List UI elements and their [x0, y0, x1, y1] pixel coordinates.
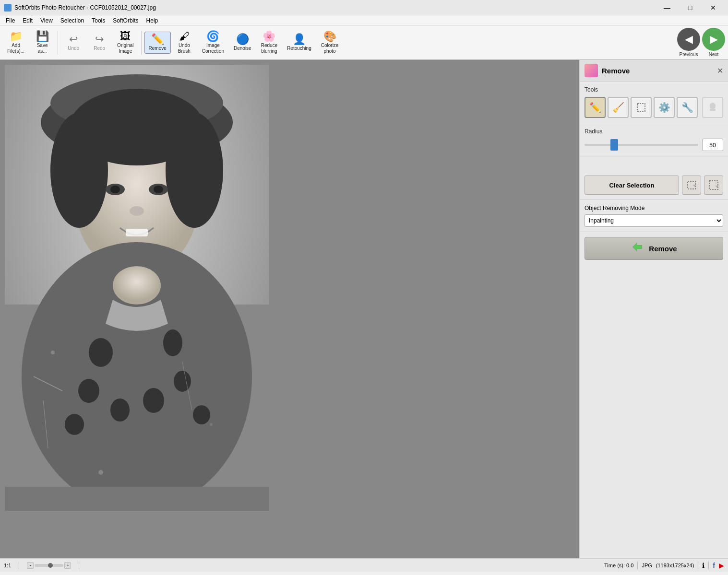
tools-section: Tools ✏️ 🧹 ⚙️ 🔧	[580, 82, 728, 123]
svg-point-21	[143, 388, 164, 413]
radius-slider[interactable]	[585, 144, 698, 146]
toolbar-separator-2	[141, 31, 142, 55]
toolbox-icon	[585, 64, 598, 77]
zoom-track[interactable]	[35, 564, 63, 567]
selection-section: Clear Selection	[580, 171, 728, 200]
tool-magic-button[interactable]: 🔧	[677, 97, 698, 118]
svg-marker-40	[633, 243, 641, 251]
next-button[interactable]: ▶	[702, 28, 725, 51]
tools-row: ✏️ 🧹 ⚙️ 🔧	[585, 97, 723, 118]
toolbar-separator-1	[58, 31, 58, 55]
redo-icon: ↪	[95, 34, 104, 45]
image-correction-icon: 🌀	[206, 31, 219, 42]
mode-section: Object Removing Mode Inpainting Content-…	[580, 200, 728, 232]
svg-rect-31	[5, 487, 269, 511]
svg-point-12	[130, 206, 144, 216]
undo-label: Undo	[68, 46, 79, 51]
svg-point-17	[163, 329, 182, 356]
close-button[interactable]: ✕	[702, 0, 724, 15]
mode-label: Object Removing Mode	[585, 205, 723, 211]
remove-icon: ✏️	[151, 34, 164, 45]
toolbar-remove-button[interactable]: ✏️ Remove	[144, 32, 171, 54]
menu-selection[interactable]: Selection	[57, 16, 88, 25]
tool-brush-button[interactable]: ✏️	[585, 97, 606, 118]
toolbox-close-button[interactable]: ✕	[717, 66, 723, 75]
menu-softorbits[interactable]: SoftOrbits	[109, 16, 142, 25]
toolbar-undo-brush-button[interactable]: 🖌 UndoBrush	[172, 29, 197, 57]
toolbar-original-button[interactable]: 🖼 OriginalImage	[113, 29, 138, 57]
add-label: AddFile(s)...	[7, 43, 24, 54]
canvas-area[interactable]	[0, 60, 579, 558]
toolbar-retouching-button[interactable]: 👤 Retouching	[283, 32, 316, 54]
menu-edit[interactable]: Edit	[19, 16, 36, 25]
reduce-blurring-label: Reduceblurring	[261, 43, 277, 54]
facebook-icon[interactable]: f	[713, 562, 715, 569]
tool-selection-button[interactable]	[631, 97, 652, 118]
menu-file[interactable]: File	[2, 16, 19, 25]
svg-point-22	[65, 414, 84, 435]
menu-view[interactable]: View	[36, 16, 57, 25]
toolbar-reduce-blurring-button[interactable]: 🌸 Reduceblurring	[257, 29, 282, 57]
zoom-track-thumb	[48, 563, 53, 568]
svg-point-10	[110, 186, 120, 193]
toolbar-image-correction-button[interactable]: 🌀 ImageCorrection	[198, 29, 228, 57]
radius-label: Radius	[585, 128, 723, 135]
redo-label: Redo	[94, 46, 105, 51]
radius-value: 50	[702, 139, 723, 151]
info-icon[interactable]: ℹ	[702, 562, 704, 569]
minimize-button[interactable]: —	[656, 0, 678, 15]
radius-row: 50	[585, 139, 723, 151]
colorize-label: Colorizephoto	[321, 43, 339, 54]
previous-button[interactable]: ◀	[677, 28, 700, 51]
denoise-icon: 🔵	[236, 34, 249, 45]
image-correction-label: ImageCorrection	[202, 43, 224, 54]
toolbox-panel: Remove ✕ Tools ✏️ 🧹 ⚙️ 🔧	[579, 60, 728, 558]
zoom-minus-button[interactable]: -	[27, 562, 34, 569]
toolbar-colorize-button[interactable]: 🎨 Colorizephoto	[317, 29, 343, 57]
titlebar: SoftOrbits Photo Retoucher - CCF01052012…	[0, 0, 728, 15]
toolbar-undo-button[interactable]: ↩ Undo	[61, 32, 86, 54]
radius-section: Radius 50	[580, 123, 728, 156]
status-div-5	[708, 562, 709, 569]
retouching-label: Retouching	[287, 46, 311, 51]
photo-container	[5, 65, 269, 511]
menubar: File Edit View Selection Tools SoftOrbit…	[0, 15, 728, 26]
original-icon: 🖼	[120, 31, 131, 42]
status-zoom-seg: 1:1	[4, 563, 11, 568]
selection-lasso-button[interactable]	[704, 176, 723, 195]
maximize-button[interactable]: □	[679, 0, 701, 15]
zoom-plus-button[interactable]: +	[64, 562, 71, 569]
svg-point-33	[710, 103, 716, 109]
svg-rect-37	[709, 181, 718, 189]
svg-rect-13	[126, 229, 148, 236]
next-label: Next	[709, 52, 719, 57]
undo-brush-label: UndoBrush	[178, 43, 191, 54]
menu-help[interactable]: Help	[143, 16, 162, 25]
time-label: Time (s): 0.0	[604, 563, 633, 568]
toolbox-header: Remove ✕	[580, 60, 728, 82]
svg-point-16	[89, 338, 113, 367]
toolbar-redo-button[interactable]: ↪ Redo	[87, 32, 112, 54]
svg-rect-34	[710, 109, 716, 111]
clear-selection-button[interactable]: Clear Selection	[585, 176, 679, 195]
denoise-label: Denoise	[234, 46, 251, 51]
menu-tools[interactable]: Tools	[88, 16, 109, 25]
selection-rect-button[interactable]	[682, 176, 701, 195]
undo-brush-icon: 🖌	[179, 31, 190, 42]
remove-execute-button[interactable]: Remove	[585, 237, 723, 260]
toolbar-save-button[interactable]: 💾 Saveas...	[30, 29, 55, 57]
tool-eraser-button[interactable]: 🧹	[608, 97, 629, 118]
toolbar-nav: ◀ Previous ▶ Next	[677, 28, 725, 57]
mode-select[interactable]: Inpainting Content-Aware Background	[585, 214, 723, 227]
window-title: SoftOrbits Photo Retoucher - CCF01052012…	[14, 4, 656, 11]
tool-settings-button[interactable]: ⚙️	[654, 97, 675, 118]
tool-stamp-button[interactable]	[702, 97, 723, 118]
save-label: Saveas...	[37, 43, 48, 54]
colorize-icon: 🎨	[323, 31, 336, 42]
svg-point-23	[193, 405, 210, 424]
toolbar-add-button[interactable]: 📁 AddFile(s)...	[3, 29, 29, 57]
toolbar: 📁 AddFile(s)... 💾 Saveas... ↩ Undo ↪ Red…	[0, 26, 728, 60]
toolbar-denoise-button[interactable]: 🔵 Denoise	[229, 32, 256, 54]
svg-rect-32	[637, 104, 645, 111]
youtube-icon[interactable]: ▶	[719, 562, 724, 569]
